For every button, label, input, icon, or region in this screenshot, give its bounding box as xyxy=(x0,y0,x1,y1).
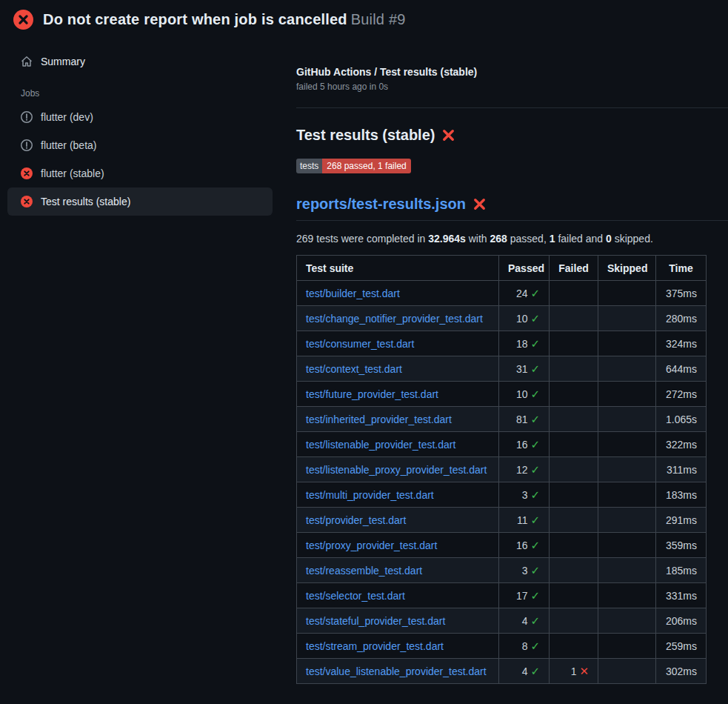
check-icon: ✓ xyxy=(530,539,540,551)
skipped-cell xyxy=(598,281,656,306)
test-suite-link[interactable]: test/listenable_proxy_provider_test.dart xyxy=(306,464,487,476)
skipped-cell xyxy=(598,407,656,432)
table-row: test/listenable_provider_test.dart16 ✓32… xyxy=(297,432,707,457)
test-suite-link[interactable]: test/context_test.dart xyxy=(306,363,402,375)
test-suite-link[interactable]: test/future_provider_test.dart xyxy=(306,388,438,400)
time-cell: 185ms xyxy=(656,558,707,583)
test-suite-link[interactable]: test/proxy_provider_test.dart xyxy=(306,539,437,551)
failed-cell xyxy=(550,281,598,306)
time-cell: 324ms xyxy=(656,331,707,356)
test-suite-cell: test/proxy_provider_test.dart xyxy=(297,533,499,558)
main-content: GitHub Actions / Test results (stable) f… xyxy=(284,38,728,684)
test-suite-link[interactable]: test/reassemble_test.dart xyxy=(306,565,422,577)
failed-cell xyxy=(550,432,598,457)
table-row: test/consumer_test.dart18 ✓324ms xyxy=(297,331,707,356)
failure-status-icon xyxy=(13,10,33,30)
skipped-cell xyxy=(598,457,656,482)
test-suite-link[interactable]: test/inherited_provider_test.dart xyxy=(306,414,452,425)
test-suite-link[interactable]: test/builder_test.dart xyxy=(306,288,400,299)
passed-cell-count: 4 xyxy=(522,615,528,627)
badge-label: tests xyxy=(296,159,322,173)
test-suite-link[interactable]: test/value_listenable_provider_test.dart xyxy=(306,665,487,677)
passed-cell: 16 ✓ xyxy=(499,533,550,558)
summary-line: 269 tests were completed in 32.964s with… xyxy=(296,233,728,245)
x-mark-icon xyxy=(442,129,455,142)
test-suite-link[interactable]: test/provider_test.dart xyxy=(306,514,406,526)
sidebar-item-flutter-stable[interactable]: flutter (stable) xyxy=(7,159,273,187)
breadcrumb: GitHub Actions / Test results (stable) xyxy=(296,66,728,78)
workflow-run-title: Do not create report when job is cancell… xyxy=(43,11,347,27)
test-suite-cell: test/change_notifier_provider_test.dart xyxy=(297,306,499,331)
test-suite-cell: test/value_listenable_provider_test.dart xyxy=(297,659,499,684)
table-row: test/future_provider_test.dart10 ✓272ms xyxy=(297,382,707,407)
test-suite-link[interactable]: test/consumer_test.dart xyxy=(306,338,414,350)
failed-cell xyxy=(550,482,598,508)
skipped-cell xyxy=(598,533,656,558)
test-suite-link[interactable]: test/change_notifier_provider_test.dart xyxy=(306,313,483,325)
test-suite-cell: test/future_provider_test.dart xyxy=(297,382,499,407)
skipped-cell xyxy=(598,659,656,684)
passed-cell: 81 ✓ xyxy=(499,407,550,432)
sidebar-item-test-results-stable[interactable]: Test results (stable) xyxy=(7,187,273,216)
test-suite-link[interactable]: test/stream_provider_test.dart xyxy=(306,640,444,652)
sidebar-jobs-list: flutter (dev)flutter (beta)flutter (stab… xyxy=(7,103,273,216)
table-row: test/inherited_provider_test.dart81 ✓1.0… xyxy=(297,407,707,432)
passed-cell: 24 ✓ xyxy=(499,281,550,306)
sidebar-item-flutter-beta[interactable]: flutter (beta) xyxy=(7,131,273,159)
table-row: test/value_listenable_provider_test.dart… xyxy=(297,659,707,684)
skipped-cell xyxy=(598,331,656,356)
passed-cell-count: 10 xyxy=(516,313,528,325)
check-icon: ✓ xyxy=(530,463,540,476)
test-suite-link[interactable]: test/selector_test.dart xyxy=(306,590,405,602)
skipped-cell xyxy=(598,482,656,508)
failed-cell xyxy=(550,508,598,533)
time-cell: 291ms xyxy=(656,508,707,533)
summary-stat: 32.964s xyxy=(428,233,466,245)
passed-cell: 4 ✓ xyxy=(499,608,550,634)
test-suite-link[interactable]: test/multi_provider_test.dart xyxy=(306,489,434,501)
test-suite-cell: test/stateful_provider_test.dart xyxy=(297,608,499,634)
table-row: test/provider_test.dart11 ✓291ms xyxy=(297,508,707,533)
test-suite-cell: test/multi_provider_test.dart xyxy=(297,482,499,508)
check-icon: ✓ xyxy=(530,388,540,400)
passed-cell: 17 ✓ xyxy=(499,583,550,608)
passed-cell-count: 18 xyxy=(516,338,528,350)
build-number: Build #9 xyxy=(351,11,406,27)
test-suite-cell: test/context_test.dart xyxy=(297,356,499,382)
passed-cell: 11 ✓ xyxy=(499,508,550,533)
check-icon: ✓ xyxy=(530,337,540,350)
test-suite-link[interactable]: test/listenable_provider_test.dart xyxy=(306,439,455,451)
job-label: flutter (beta) xyxy=(41,139,96,151)
summary-text: with xyxy=(466,233,490,245)
passed-cell: 3 ✓ xyxy=(499,482,550,508)
passed-cell-count: 31 xyxy=(516,363,528,375)
time-cell: 331ms xyxy=(656,583,707,608)
table-row: test/reassemble_test.dart3 ✓185ms xyxy=(297,558,707,583)
test-suite-cell: test/provider_test.dart xyxy=(297,508,499,533)
passed-cell: 10 ✓ xyxy=(499,306,550,331)
sidebar-item-summary[interactable]: Summary xyxy=(7,48,273,75)
passed-cell-count: 8 xyxy=(522,640,528,652)
test-suite-cell: test/consumer_test.dart xyxy=(297,331,499,356)
time-cell: 359ms xyxy=(656,533,707,558)
passed-cell-count: 16 xyxy=(516,439,528,451)
skipped-cell xyxy=(598,382,656,407)
table-row: test/context_test.dart31 ✓644ms xyxy=(297,356,707,382)
passed-cell: 18 ✓ xyxy=(499,331,550,356)
failed-cell xyxy=(550,457,598,482)
test-suite-link[interactable]: test/stateful_provider_test.dart xyxy=(306,615,445,627)
time-cell: 322ms xyxy=(656,432,707,457)
sidebar-item-label: Summary xyxy=(41,56,85,67)
report-file-link[interactable]: reports/test-results.json xyxy=(296,196,466,213)
test-suite-cell: test/listenable_proxy_provider_test.dart xyxy=(297,457,499,482)
time-cell: 206ms xyxy=(656,608,707,634)
failed-cell xyxy=(550,608,598,634)
section-title-text: Test results (stable) xyxy=(296,127,435,144)
header: Do not create report when job is cancell… xyxy=(0,0,728,38)
passed-cell: 12 ✓ xyxy=(499,457,550,482)
skipped-cell xyxy=(598,356,656,382)
passed-cell-count: 24 xyxy=(516,288,528,299)
x-mark-icon xyxy=(473,198,486,210)
sidebar-item-flutter-dev[interactable]: flutter (dev) xyxy=(7,103,273,131)
report-file-heading: reports/test-results.json xyxy=(296,196,728,221)
